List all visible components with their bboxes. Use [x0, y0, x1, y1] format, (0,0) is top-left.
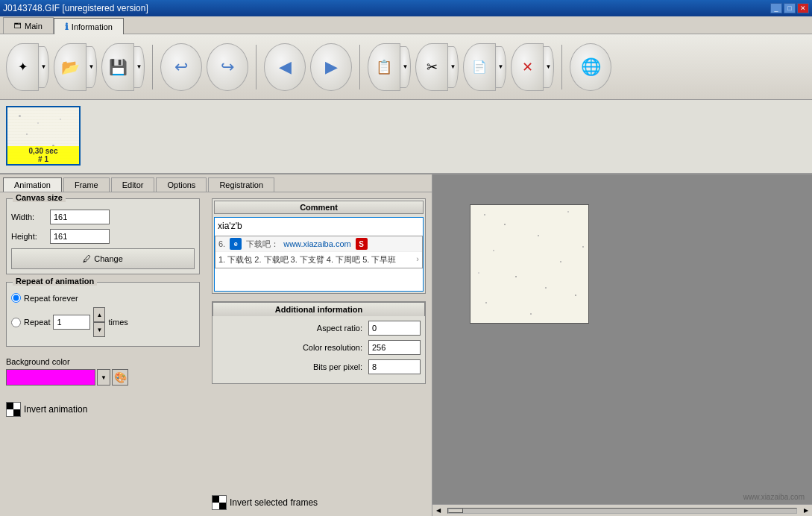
open-icon: 📂	[61, 58, 80, 76]
autocomplete-header: 6. e 下载吧： www.xiazaiba.com S	[215, 236, 422, 252]
additional-info-title: Additional information	[213, 302, 425, 316]
aspect-ratio-input[interactable]	[368, 321, 421, 336]
repeat-spinner: ▲ ▼	[53, 307, 105, 337]
delete-button[interactable]: ✕	[511, 43, 544, 91]
comment-group: Comment 6. e 下载吧： www.xiazaiba.com S	[212, 198, 426, 294]
sep4	[561, 45, 562, 89]
background-color-preview[interactable]	[6, 369, 95, 386]
speckle	[560, 261, 561, 262]
titlebar: J0143748.GIF [unregistered version] _ □ …	[0, 0, 812, 16]
tab-registration[interactable]: Registration	[208, 177, 274, 192]
open-button-group: 📂 ▼	[54, 43, 97, 91]
invert-selected-label: Invert selected frames	[230, 497, 318, 508]
copy-icon: 📄	[472, 60, 487, 74]
undo-button[interactable]: ↩	[160, 43, 202, 91]
maximize-button[interactable]: □	[784, 3, 796, 13]
save-button-group: 💾 ▼	[101, 43, 145, 91]
forward-button[interactable]: ▶	[310, 43, 352, 91]
scrollbar-thumb[interactable]	[448, 509, 463, 513]
horizontal-scrollbar[interactable]: ◀ ▶	[432, 504, 812, 516]
panel-tabs: Animation Frame Editor Options Registrat…	[0, 174, 432, 192]
repeat-down-button[interactable]: ▼	[93, 322, 105, 337]
comment-title: Comment	[214, 201, 424, 214]
bits-per-pixel-input[interactable]	[368, 359, 421, 374]
repeat-forever-radio[interactable]	[11, 293, 21, 303]
close-button[interactable]: ✕	[797, 3, 809, 13]
open-arrow-button[interactable]: ▼	[86, 46, 97, 88]
scroll-right-button[interactable]: ▶	[800, 505, 812, 517]
color-resolution-row: Color resolution:	[217, 340, 421, 355]
tab-information[interactable]: ℹ Information	[54, 18, 124, 34]
tab-options[interactable]: Options	[156, 177, 207, 192]
main-content: Animation Frame Editor Options Registrat…	[0, 174, 812, 516]
height-input[interactable]	[50, 229, 110, 244]
new-button-group: ✦ ▼	[6, 43, 49, 91]
tab-bar: 🗔 Main ℹ Information	[0, 16, 812, 34]
back-button[interactable]: ◀	[264, 43, 306, 91]
speckle	[485, 302, 487, 303]
change-icon: 🖊	[83, 254, 91, 263]
new-icon: ✦	[18, 60, 28, 74]
color-resolution-input[interactable]	[368, 340, 421, 355]
invert-selected-icon	[212, 495, 227, 510]
invert-icon	[6, 402, 21, 417]
autocomplete-results: 1. 下载包 2. 下载吧 3. 下支臂 4. 下周吧 5. 下早班 ›	[215, 252, 422, 268]
new-arrow-button[interactable]: ▼	[39, 46, 49, 88]
new-button[interactable]: ✦	[6, 43, 39, 91]
left-panel: Animation Frame Editor Options Registrat…	[0, 174, 432, 516]
cut-icon: ✂	[427, 59, 438, 75]
sep3	[359, 45, 360, 89]
repeat-radio[interactable]	[11, 318, 21, 327]
comment-input-area[interactable]: 6. e 下载吧： www.xiazaiba.com S 1. 下载包 2. 下…	[214, 217, 424, 292]
copy-arrow-button[interactable]: ▼	[496, 46, 506, 88]
right-preview-panel: www.xiazaiba.com ◀ ▶	[432, 174, 812, 516]
tab-frame[interactable]: Frame	[63, 177, 110, 192]
autocomplete-number: 6.	[218, 239, 225, 248]
open-button[interactable]: 📂	[54, 43, 86, 91]
tab-animation[interactable]: Animation	[3, 177, 62, 192]
scrollbar-track[interactable]	[447, 508, 797, 514]
copy-button-group: 📄 ▼	[463, 43, 506, 91]
nav-right[interactable]: ›	[416, 254, 419, 263]
save-arrow-button[interactable]: ▼	[134, 46, 145, 88]
forward-icon: ▶	[325, 57, 338, 77]
delete-arrow-button[interactable]: ▼	[544, 46, 554, 88]
sep2	[256, 45, 256, 89]
frame-thumbnail-1[interactable]: 0,30 sec # 1	[6, 106, 81, 166]
invert-animation-row[interactable]: Invert animation	[6, 402, 200, 417]
invert-selected-row[interactable]: Invert selected frames	[212, 495, 426, 510]
cut-button[interactable]: ✂	[415, 43, 448, 91]
redo-button[interactable]: ↪	[207, 43, 248, 91]
repeat-value-input[interactable]	[53, 315, 90, 330]
web-button[interactable]: 🌐	[570, 43, 611, 91]
paste-button[interactable]: 📋	[368, 43, 400, 91]
repeat-up-button[interactable]: ▲	[93, 307, 105, 322]
scroll-left-button[interactable]: ◀	[432, 505, 444, 517]
save-button[interactable]: 💾	[101, 43, 134, 91]
autocomplete-link[interactable]: www.xiazaiba.com	[283, 239, 350, 248]
canvas-size-group: Canvas size Width: Height: 🖊 Change	[6, 198, 200, 274]
width-input[interactable]	[50, 210, 110, 224]
tab-editor[interactable]: Editor	[111, 177, 155, 192]
repeat-animation-title: Repeat of animation	[13, 277, 97, 286]
cut-arrow-button[interactable]: ▼	[448, 46, 459, 88]
color-palette-button[interactable]: 🎨	[112, 369, 128, 386]
comment-input[interactable]	[218, 221, 420, 231]
times-label: times	[108, 318, 128, 327]
background-color-dropdown[interactable]: ▼	[97, 369, 110, 386]
tab-main[interactable]: 🗔 Main	[3, 17, 54, 34]
left-sub-panel: Canvas size Width: Height: 🖊 Change	[6, 198, 200, 510]
change-button[interactable]: 🖊 Change	[11, 248, 195, 269]
paste-icon: 📋	[376, 59, 392, 75]
height-field-row: Height:	[11, 229, 195, 244]
window-controls: _ □ ✕	[770, 3, 809, 13]
speckle	[504, 224, 506, 225]
background-color-label: Background color	[6, 357, 200, 366]
bits-per-pixel-row: Bits per pixel:	[217, 359, 421, 374]
speckle	[575, 295, 576, 296]
delete-icon: ✕	[522, 59, 533, 75]
copy-button[interactable]: 📄	[463, 43, 496, 91]
minimize-button[interactable]: _	[770, 3, 782, 13]
paste-arrow-button[interactable]: ▼	[400, 46, 411, 88]
speckle	[478, 272, 479, 274]
